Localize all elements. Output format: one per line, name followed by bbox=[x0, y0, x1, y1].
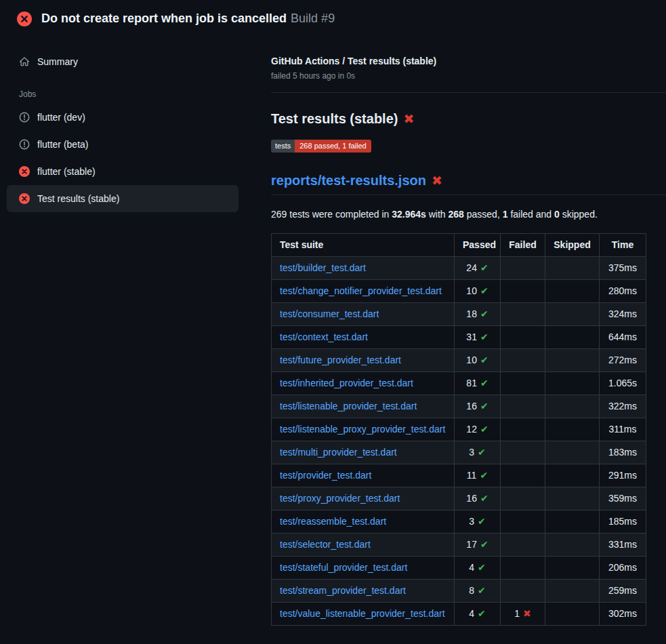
skipped-cell bbox=[545, 557, 600, 580]
test-suite-link[interactable]: test/stateful_provider_test.dart bbox=[280, 562, 407, 573]
test-suite-cell: test/change_notifier_provider_test.dart bbox=[272, 280, 455, 303]
test-suite-link[interactable]: test/inherited_provider_test.dart bbox=[280, 378, 413, 388]
report-file-heading: reports/test-results.json✖ bbox=[271, 173, 666, 195]
passed-cell: 11✔ bbox=[455, 464, 501, 487]
skipped-cell bbox=[545, 280, 600, 303]
sidebar-item-label: Summary bbox=[37, 56, 78, 67]
sidebar-item-flutter-beta[interactable]: flutter (beta) bbox=[7, 131, 238, 158]
run-title: Do not create report when job is cancell… bbox=[41, 12, 335, 26]
report-file-link[interactable]: reports/test-results.json bbox=[271, 173, 426, 188]
failed-status-icon bbox=[17, 12, 32, 26]
test-suite-cell: test/multi_provider_test.dart bbox=[272, 441, 455, 464]
table-row: test/selector_test.dart 17✔ 331ms bbox=[272, 534, 646, 557]
time-cell: 185ms bbox=[600, 510, 646, 534]
table-row: test/builder_test.dart 24✔ 375ms bbox=[272, 257, 646, 280]
home-icon bbox=[19, 56, 30, 67]
column-header-failed: Failed bbox=[501, 234, 545, 257]
time-cell: 259ms bbox=[600, 580, 646, 603]
sidebar-item-summary[interactable]: Summary bbox=[7, 48, 238, 75]
test-suite-link[interactable]: test/change_notifier_provider_test.dart bbox=[280, 285, 442, 296]
sidebar-item-flutter-stable[interactable]: flutter (stable) bbox=[7, 158, 238, 185]
test-suite-link[interactable]: test/builder_test.dart bbox=[280, 262, 366, 273]
table-row: test/value_listenable_provider_test.dart… bbox=[272, 603, 646, 626]
check-icon: ✔ bbox=[480, 331, 488, 342]
tests-badge-label: tests bbox=[271, 140, 295, 153]
test-suite-link[interactable]: test/future_provider_test.dart bbox=[280, 355, 401, 365]
sidebar: Summary Jobs flutter (dev) bbox=[0, 36, 271, 212]
sidebar-item-test-results-stable[interactable]: Test results (stable) bbox=[7, 185, 238, 212]
results-section-title: Test results (stable)✖ bbox=[271, 111, 645, 127]
column-header-time: Time bbox=[600, 234, 646, 257]
check-icon: ✔ bbox=[480, 355, 488, 365]
failed-cell bbox=[501, 418, 545, 441]
results-section-title-text: Test results (stable) bbox=[271, 111, 398, 126]
table-row: test/reassemble_test.dart 3✔ 185ms bbox=[272, 510, 646, 534]
test-suite-link[interactable]: test/value_listenable_provider_test.dart bbox=[280, 608, 445, 619]
failed-cell bbox=[501, 395, 545, 418]
failed-status-icon bbox=[19, 193, 30, 204]
test-suite-cell: test/selector_test.dart bbox=[272, 534, 455, 557]
skipped-cell bbox=[545, 534, 600, 557]
test-suite-cell: test/stateful_provider_test.dart bbox=[272, 557, 455, 580]
test-results-table: Test suite Passed Failed Skipped Time te… bbox=[271, 233, 646, 626]
tests-summary-line: 269 tests were completed in 32.964s with… bbox=[271, 209, 645, 220]
skipped-cell bbox=[545, 580, 600, 603]
time-cell: 324ms bbox=[600, 303, 646, 326]
time-cell: 644ms bbox=[600, 326, 646, 349]
test-suite-link[interactable]: test/listenable_proxy_provider_test.dart bbox=[280, 424, 445, 435]
test-suite-link[interactable]: test/reassemble_test.dart bbox=[280, 516, 386, 527]
check-icon: ✔ bbox=[480, 470, 488, 481]
failed-cell bbox=[501, 557, 545, 580]
passed-cell: 12✔ bbox=[455, 418, 501, 441]
neutral-status-icon bbox=[19, 112, 30, 123]
check-icon: ✔ bbox=[480, 493, 488, 504]
table-row: test/proxy_provider_test.dart 16✔ 359ms bbox=[272, 487, 646, 510]
passed-cell: 4✔ bbox=[455, 557, 501, 580]
tests-badge-value: 268 passed, 1 failed bbox=[295, 140, 371, 153]
neutral-status-icon bbox=[19, 139, 30, 150]
time-cell: 206ms bbox=[600, 557, 646, 580]
table-row: test/future_provider_test.dart 10✔ 272ms bbox=[272, 349, 646, 372]
failed-cell bbox=[501, 534, 545, 557]
passed-cell: 31✔ bbox=[455, 326, 501, 349]
test-suite-link[interactable]: test/listenable_provider_test.dart bbox=[280, 401, 417, 411]
test-suite-link[interactable]: test/multi_provider_test.dart bbox=[280, 447, 397, 458]
time-cell: 183ms bbox=[600, 441, 646, 464]
cross-icon: ✖ bbox=[523, 608, 531, 619]
cross-mark-icon: ✖ bbox=[403, 112, 414, 126]
table-row: test/consumer_test.dart 18✔ 324ms bbox=[272, 303, 646, 326]
check-icon: ✔ bbox=[480, 285, 488, 296]
summary-passed-count: 268 bbox=[449, 209, 464, 220]
passed-cell: 16✔ bbox=[455, 395, 501, 418]
test-suite-link[interactable]: test/context_test.dart bbox=[280, 331, 368, 342]
test-suite-cell: test/stream_provider_test.dart bbox=[272, 580, 455, 603]
table-row: test/inherited_provider_test.dart 81✔ 1.… bbox=[272, 372, 646, 395]
table-row: test/change_notifier_provider_test.dart … bbox=[272, 280, 646, 303]
time-cell: 331ms bbox=[600, 534, 646, 557]
jobs-heading: Jobs bbox=[19, 89, 271, 99]
summary-failed-count: 1 bbox=[503, 209, 508, 220]
test-suite-link[interactable]: test/proxy_provider_test.dart bbox=[280, 493, 400, 504]
test-suite-link[interactable]: test/stream_provider_test.dart bbox=[280, 585, 406, 596]
test-suite-cell: test/consumer_test.dart bbox=[272, 303, 455, 326]
table-row: test/stream_provider_test.dart 8✔ 259ms bbox=[272, 580, 646, 603]
time-cell: 359ms bbox=[600, 487, 646, 510]
divider bbox=[271, 92, 666, 93]
test-suite-cell: test/listenable_provider_test.dart bbox=[272, 395, 455, 418]
passed-cell: 18✔ bbox=[455, 303, 501, 326]
breadcrumb: GitHub Actions / Test results (stable) bbox=[271, 56, 645, 66]
failed-cell bbox=[501, 372, 545, 395]
run-header: Do not create report when job is cancell… bbox=[0, 0, 666, 36]
results-table-body: test/builder_test.dart 24✔ 375ms test/ch… bbox=[272, 257, 646, 626]
time-cell: 1.065s bbox=[600, 372, 646, 395]
failed-cell bbox=[501, 464, 545, 487]
test-suite-cell: test/provider_test.dart bbox=[272, 464, 455, 487]
test-suite-link[interactable]: test/provider_test.dart bbox=[280, 470, 371, 481]
test-suite-link[interactable]: test/selector_test.dart bbox=[280, 539, 371, 550]
skipped-cell bbox=[545, 395, 600, 418]
sidebar-item-flutter-dev[interactable]: flutter (dev) bbox=[7, 104, 238, 131]
failed-cell bbox=[501, 303, 545, 326]
time-cell: 311ms bbox=[600, 418, 646, 441]
skipped-cell bbox=[545, 487, 600, 510]
test-suite-link[interactable]: test/consumer_test.dart bbox=[280, 308, 379, 319]
